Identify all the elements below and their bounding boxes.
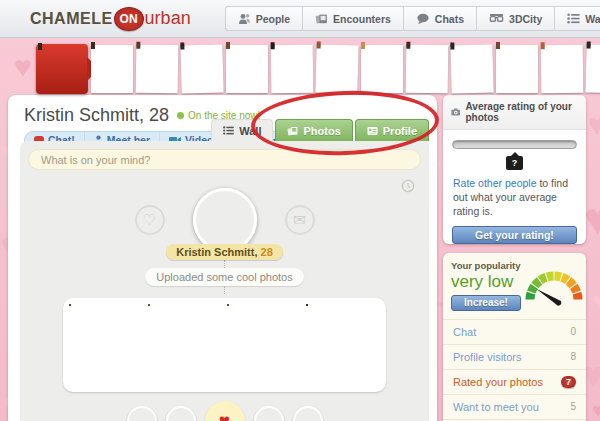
member-photo-thumb[interactable] [450, 44, 493, 93]
logo-on-badge: ON [114, 7, 144, 31]
heart-decoration: ♥ [592, 288, 600, 314]
wall-post: ♡ ✉ Kristin Schmitt, 28 Uploaded some co… [28, 188, 421, 421]
top-bar: CHAMELEONurban People Encounters Chats 3… [0, 0, 600, 38]
member-photo-thumb[interactable] [541, 45, 584, 94]
counter-row[interactable]: Profile visitors8 [443, 344, 586, 369]
online-dot-icon [177, 112, 184, 119]
nav-label: People [256, 13, 290, 25]
liker-avatar[interactable] [254, 406, 284, 421]
photos-icon [287, 126, 298, 136]
nav-item-chats[interactable]: Chats [403, 6, 476, 31]
heart-decoration: ♥ [592, 400, 600, 420]
member-photo-thumb[interactable] [91, 45, 133, 93]
heart-decoration: ♥ [588, 110, 600, 140]
counter-row[interactable]: Want to meet you5 [443, 394, 586, 419]
rating-help-text: Rate other people to find out what your … [443, 170, 586, 221]
counter-label[interactable]: Want to meet you [453, 401, 539, 413]
rating-slider[interactable] [452, 140, 577, 149]
nav-label: 3DCity [509, 13, 542, 25]
member-photo-thumb[interactable] [361, 45, 403, 93]
nav-label: Encounters [333, 13, 391, 25]
member-photo-thumb[interactable] [406, 45, 449, 94]
counter-row[interactable]: Rated your photos7 [443, 369, 586, 394]
rate-other-people-link[interactable]: Rate other people [453, 177, 536, 189]
logo-text: CHAMELE [30, 10, 113, 28]
counter-value: 0 [570, 326, 576, 337]
counter-value: 8 [570, 351, 576, 362]
nav-item-people[interactable]: People [225, 6, 302, 31]
nav-item-3dcity[interactable]: 3DCity [476, 6, 554, 31]
nav-label: Wall [585, 13, 600, 25]
main-navigation: People Encounters Chats 3DCity Wall [225, 6, 600, 31]
nav-label: Chats [435, 13, 464, 25]
profile-card-icon [367, 126, 378, 136]
tab-wall[interactable]: Wall [211, 119, 273, 141]
counter-label[interactable]: Rated your photos [453, 376, 543, 388]
post-photos-card [63, 298, 386, 392]
3d-glasses-icon [489, 13, 504, 24]
like-heart-icon[interactable]: ♡ [135, 205, 165, 235]
member-photo-thumb[interactable] [226, 45, 268, 93]
rating-tooltip: ? [506, 156, 523, 170]
like-heart-button[interactable]: ♥ [205, 401, 245, 421]
popularity-title: Your popularity [451, 260, 521, 271]
member-photo-thumb[interactable] [315, 44, 358, 93]
liker-avatar[interactable] [127, 406, 157, 421]
profile-tabs: Wall Photos Profile [211, 119, 429, 141]
logo-text-urban: urban [145, 8, 191, 29]
members-photo-strip: ► [36, 44, 576, 94]
status-composer-input[interactable] [28, 149, 421, 170]
chats-icon [416, 13, 430, 25]
nav-item-encounters[interactable]: Encounters [302, 6, 403, 31]
liker-avatar[interactable] [293, 406, 323, 421]
popularity-gauge [521, 260, 587, 311]
post-photo[interactable] [148, 304, 222, 386]
connector-dots [224, 286, 225, 294]
counter-badge: 7 [561, 376, 576, 388]
featured-photo-ribbon[interactable] [36, 44, 88, 94]
heart-decoration: ♥ [14, 52, 32, 82]
post-author-name[interactable]: Kristin Schmitt, 28 [166, 244, 283, 260]
camera-icon [451, 107, 460, 117]
post-author-avatar[interactable] [193, 188, 257, 252]
people-icon [238, 13, 251, 25]
tab-profile[interactable]: Profile [355, 119, 429, 141]
post-photo[interactable] [69, 304, 143, 386]
profile-name: Kristin Schmitt, 28 [24, 105, 169, 126]
liker-avatar[interactable] [166, 406, 196, 421]
encounters-icon [315, 13, 328, 25]
counter-value: 5 [570, 401, 576, 412]
tab-photos[interactable]: Photos [275, 119, 352, 141]
list-icon [223, 126, 234, 135]
increase-button[interactable]: Increase! [451, 295, 521, 311]
post-caption: Uploaded some cool photos [145, 268, 303, 286]
post-photo[interactable] [306, 304, 380, 386]
member-photo-thumb[interactable] [136, 45, 179, 94]
page: ♥♥♥♥♥♥♥♥♥♥♥♥♥♥♥♥♥♥ CHAMELEONurban People… [0, 0, 600, 421]
post-likers-row: ♥ [127, 401, 323, 421]
profile-main-card: Kristin Schmitt, 28 On the site now! Cha… [8, 95, 437, 421]
right-sidebar: Average rating of your photos ? Rate oth… [443, 95, 586, 421]
counter-label[interactable]: Chat [453, 326, 476, 338]
site-logo[interactable]: CHAMELEONurban [30, 7, 191, 31]
member-photo-thumb[interactable] [271, 45, 314, 94]
get-your-rating-button[interactable]: Get your rating! [452, 226, 577, 244]
member-photo-thumb[interactable] [585, 44, 600, 93]
sidebar-counters: Chat0Profile visitors8Rated your photos7… [443, 319, 586, 421]
heart-decoration: ♥ [584, 196, 600, 242]
rating-card: Average rating of your photos ? Rate oth… [443, 95, 586, 244]
comment-icon[interactable]: ✉ [285, 205, 315, 235]
gauge-needle [536, 288, 561, 305]
connector-dots [224, 260, 225, 268]
nav-item-wall[interactable]: Wall [554, 6, 600, 31]
wall-list-icon [567, 13, 580, 24]
post-photo[interactable] [227, 304, 301, 386]
member-photo-thumb[interactable] [496, 45, 538, 93]
popularity-card: Your popularity very low Increase! Chat0… [443, 253, 586, 421]
counter-label[interactable]: Profile visitors [453, 351, 521, 363]
wall-panel: ♡ ✉ Kristin Schmitt, 28 Uploaded some co… [20, 141, 429, 421]
counter-row[interactable]: Chat0 [443, 319, 586, 344]
popularity-level: very low [451, 272, 521, 292]
member-photo-thumb[interactable] [180, 44, 223, 93]
rating-card-title: Average rating of your photos [465, 101, 578, 123]
